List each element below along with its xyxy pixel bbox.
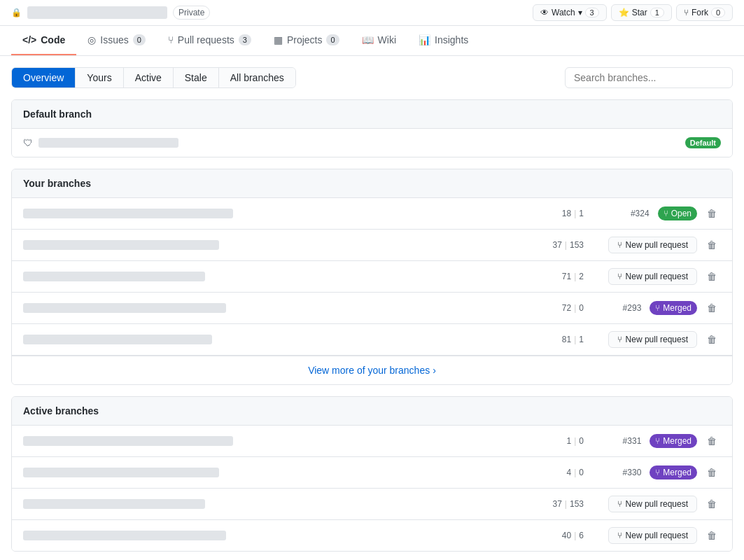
ahead-count: 2	[579, 272, 584, 281]
top-bar: 🔒 Private 👁 Watch ▾ 3 ⭐ Star 1 ⑂ Fork 0	[0, 0, 744, 26]
merged-icon: ⑂	[655, 436, 660, 446]
tab-all-branches[interactable]: All branches	[219, 68, 295, 88]
behind-count: 40	[562, 531, 571, 540]
insights-icon: 📊	[419, 34, 430, 46]
delete-button[interactable]: 🗑	[703, 300, 721, 316]
tab-stale[interactable]: Stale	[174, 68, 219, 88]
branch-stats: 40 | 6	[507, 531, 584, 540]
tab-insights[interactable]: 📊 Insights	[407, 26, 479, 55]
tab-projects[interactable]: ▦ Projects 0	[262, 26, 351, 55]
nav-tabs: </> Code ◎ Issues 0 ⑂ Pull requests 3 ▦ …	[0, 26, 744, 56]
default-label-badge: Default	[685, 137, 721, 148]
branch-stats: 72 | 0	[507, 303, 584, 313]
branch-name-area	[23, 209, 507, 218]
merged-badge: ⑂ Merged	[650, 434, 697, 448]
branch-stats: 81 | 1	[507, 335, 584, 344]
branch-name-area	[23, 531, 507, 540]
branch-tabs: Overview Yours Active Stale All branches	[11, 67, 296, 88]
branch-name	[23, 209, 233, 218]
tab-yours[interactable]: Yours	[76, 68, 123, 88]
issues-icon: ◎	[87, 34, 96, 46]
delete-button[interactable]: 🗑	[703, 237, 721, 253]
table-row: 40 | 6 ⑂ New pull request 🗑	[12, 520, 732, 551]
branch-stats: 1 | 0	[507, 436, 584, 446]
delete-button[interactable]: 🗑	[703, 205, 721, 222]
branch-actions: #330 ⑂ Merged 🗑	[595, 464, 721, 481]
delete-button[interactable]: 🗑	[703, 268, 721, 285]
tab-code[interactable]: </> Code	[11, 26, 76, 55]
pull-request-icon: ⑂	[168, 34, 174, 46]
branch-name	[23, 335, 212, 344]
table-row: 71 | 2 ⑂ New pull request 🗑	[12, 261, 732, 293]
your-branches-header: Your branches	[12, 169, 732, 198]
branch-actions: #293 ⑂ Merged 🗑	[595, 300, 721, 316]
branch-stats: 37 | 153	[507, 240, 584, 250]
ahead-count: 0	[579, 436, 584, 446]
fork-button[interactable]: ⑂ Fork 0	[676, 4, 733, 21]
pr-icon: ⑂	[617, 240, 622, 250]
behind-count: 81	[562, 335, 571, 344]
branch-name	[23, 272, 205, 281]
star-button[interactable]: ⭐ Star 1	[611, 4, 672, 21]
watch-count: 3	[585, 8, 599, 18]
watch-button[interactable]: 👁 Watch ▾ 3	[533, 4, 607, 21]
chevron-right-icon: ›	[433, 365, 436, 376]
new-pull-request-button[interactable]: ⑂ New pull request	[608, 527, 697, 544]
new-pull-request-button[interactable]: ⑂ New pull request	[608, 496, 697, 512]
merged-icon: ⑂	[655, 468, 660, 477]
behind-count: 4	[567, 468, 572, 477]
table-row: 18 | 1 #324 ⑂ Open 🗑	[12, 198, 732, 230]
tab-overview[interactable]: Overview	[12, 68, 76, 88]
merged-badge: ⑂ Merged	[650, 301, 697, 315]
active-branches-section: Active branches 1 | 0 #331 ⑂ Merged 🗑	[11, 396, 733, 552]
repo-title: 🔒 Private	[11, 6, 210, 20]
your-branches-section: Your branches 18 | 1 #324 ⑂ Open 🗑	[11, 169, 733, 385]
branch-stats: 37 | 153	[507, 499, 584, 509]
branch-actions: ⑂ New pull request 🗑	[595, 496, 721, 512]
delete-button[interactable]: 🗑	[703, 331, 721, 348]
tab-active[interactable]: Active	[124, 68, 174, 88]
table-row: 81 | 1 ⑂ New pull request 🗑	[12, 324, 732, 356]
active-branches-header: Active branches	[12, 397, 732, 426]
branch-name	[23, 499, 205, 509]
view-more-link[interactable]: View more of your branches ›	[12, 356, 732, 384]
delete-button[interactable]: 🗑	[703, 527, 721, 544]
branch-tabs-row: Overview Yours Active Stale All branches	[11, 67, 733, 88]
default-branch-row: 🛡 Default	[12, 129, 732, 157]
table-row: 37 | 153 ⑂ New pull request 🗑	[12, 489, 732, 520]
new-pull-request-button[interactable]: ⑂ New pull request	[608, 268, 697, 285]
ahead-count: 1	[579, 335, 584, 344]
main-content: Overview Yours Active Stale All branches…	[0, 56, 744, 560]
default-branch-name	[38, 138, 178, 148]
private-badge: Private	[173, 6, 210, 20]
new-pull-request-button[interactable]: ⑂ New pull request	[608, 331, 697, 348]
delete-button[interactable]: 🗑	[703, 464, 721, 481]
new-pull-request-button[interactable]: ⑂ New pull request	[608, 237, 697, 253]
top-actions: 👁 Watch ▾ 3 ⭐ Star 1 ⑂ Fork 0	[533, 4, 733, 21]
star-count: 1	[650, 8, 664, 18]
projects-badge: 0	[326, 34, 339, 46]
watch-dropdown-icon: ▾	[578, 8, 582, 18]
branch-stats: 4 | 0	[507, 468, 584, 477]
fork-icon: ⑂	[684, 8, 689, 18]
code-icon: </>	[22, 34, 36, 46]
behind-count: 71	[562, 272, 571, 281]
branch-name-area	[23, 335, 507, 344]
delete-button[interactable]: 🗑	[703, 496, 721, 512]
pr-number: #293	[623, 303, 642, 313]
branch-name-area	[23, 468, 507, 477]
behind-count: 37	[552, 240, 561, 250]
tab-issues[interactable]: ◎ Issues 0	[76, 26, 157, 55]
behind-count: 37	[552, 499, 561, 509]
delete-button[interactable]: 🗑	[703, 433, 721, 449]
tab-pull-requests[interactable]: ⑂ Pull requests 3	[157, 26, 262, 55]
branch-name-area	[23, 303, 507, 313]
tab-wiki[interactable]: 📖 Wiki	[351, 26, 407, 55]
search-branches-input[interactable]	[565, 67, 733, 88]
default-branch-name-area: 🛡	[23, 137, 685, 148]
branch-actions: ⑂ New pull request 🗑	[595, 331, 721, 348]
ahead-count: 153	[570, 240, 584, 250]
ahead-count: 153	[570, 499, 584, 509]
behind-count: 72	[562, 303, 571, 313]
pr-icon: ⑂	[617, 272, 622, 281]
